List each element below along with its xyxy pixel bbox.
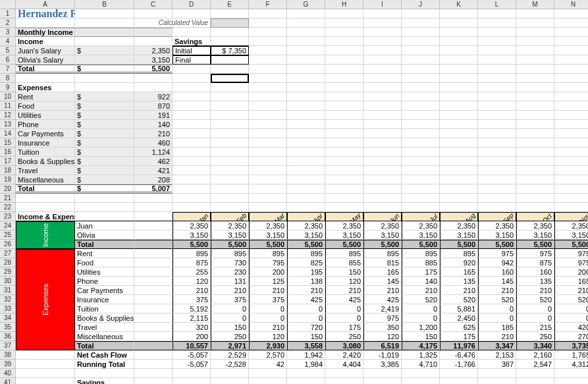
cell-M20[interactable] xyxy=(516,184,554,194)
table-exp-10-10[interactable]: 3,735 xyxy=(554,341,588,350)
cell-I8[interactable] xyxy=(363,74,402,83)
cell-F1[interactable] xyxy=(249,9,287,18)
cell-G6[interactable] xyxy=(287,55,325,65)
calculated-value-box[interactable] xyxy=(211,18,249,28)
cell-L13[interactable] xyxy=(478,120,516,129)
table-income-0-1[interactable]: 2,350 xyxy=(211,221,249,231)
cell-F15[interactable] xyxy=(249,138,287,148)
cell-J1[interactable] xyxy=(402,9,440,18)
table-exp-7-10[interactable]: 0 xyxy=(554,314,588,323)
row-header-39[interactable]: 39 xyxy=(0,360,16,369)
cell-I2[interactable] xyxy=(363,18,402,28)
cell-J40[interactable] xyxy=(402,369,440,378)
table-exp-0-2[interactable]: 895 xyxy=(249,249,287,258)
row-header-15[interactable]: 15 xyxy=(0,138,16,148)
cell-H22[interactable] xyxy=(325,203,363,212)
income-expenses-header[interactable]: Income & Expenses xyxy=(16,212,75,221)
running-total-label[interactable]: Running Total xyxy=(75,360,134,369)
cell-D20[interactable] xyxy=(173,184,211,194)
table-exp-0-10[interactable]: 975 xyxy=(554,249,588,258)
table-exp-label-5[interactable]: Insurance xyxy=(75,295,134,304)
cell-M18[interactable] xyxy=(516,166,554,175)
cell-I9[interactable] xyxy=(363,83,402,92)
cell-C36[interactable] xyxy=(134,332,173,341)
cell-M14[interactable] xyxy=(516,129,554,138)
table-exp-0-5[interactable]: 895 xyxy=(363,249,402,258)
table-exp-label-6[interactable]: Tuition xyxy=(75,304,134,314)
cell-I6[interactable] xyxy=(363,55,402,65)
cell-G7[interactable] xyxy=(287,65,325,74)
cell-D16[interactable] xyxy=(173,148,211,157)
cell-I1[interactable] xyxy=(363,9,402,18)
cell-J8[interactable] xyxy=(402,74,440,83)
expense-val-8[interactable]: 421 xyxy=(134,166,173,175)
table-exp-5-2[interactable]: 375 xyxy=(249,295,287,304)
running-0[interactable]: -5,057 xyxy=(173,360,211,369)
cell-G2[interactable] xyxy=(287,18,325,28)
cell-H11[interactable] xyxy=(325,101,363,111)
cell-A40[interactable] xyxy=(16,369,75,378)
table-exp-8-6[interactable]: 1,200 xyxy=(402,323,440,332)
cell-C37[interactable] xyxy=(134,341,173,350)
cell-C27[interactable] xyxy=(134,249,173,258)
cell-H5[interactable] xyxy=(325,46,363,55)
cell-C31[interactable] xyxy=(134,286,173,295)
expense-label-8[interactable]: Travel xyxy=(16,166,75,175)
cell-D18[interactable] xyxy=(173,166,211,175)
cell-E9[interactable] xyxy=(211,83,249,92)
cell-G11[interactable] xyxy=(287,101,325,111)
cell-I16[interactable] xyxy=(363,148,402,157)
table-exp-2-8[interactable]: 160 xyxy=(478,267,516,277)
cell-J19[interactable] xyxy=(402,175,440,184)
table-exp-9-9[interactable]: 250 xyxy=(516,332,554,341)
table-exp-8-2[interactable]: 210 xyxy=(249,323,287,332)
running-4[interactable]: 4,404 xyxy=(325,360,363,369)
expenses-header[interactable]: Expenses xyxy=(16,83,75,92)
cell-C23[interactable] xyxy=(134,212,173,221)
table-income-2-6[interactable]: 5,500 xyxy=(402,240,440,249)
cell-M40[interactable] xyxy=(516,369,554,378)
juan-salary-val[interactable]: 2,350 xyxy=(134,46,173,55)
table-exp-label-3[interactable]: Phone xyxy=(75,277,134,286)
table-exp-3-9[interactable]: 135 xyxy=(516,277,554,286)
cell-N10[interactable] xyxy=(554,92,588,101)
table-exp-8-1[interactable]: 150 xyxy=(211,323,249,332)
cell-N22[interactable] xyxy=(554,203,588,212)
table-exp-8-5[interactable]: 350 xyxy=(363,323,402,332)
table-exp-10-7[interactable]: 11,976 xyxy=(440,341,478,350)
table-exp-5-1[interactable]: 375 xyxy=(211,295,249,304)
table-exp-10-1[interactable]: 2,971 xyxy=(211,341,249,350)
cell-J22[interactable] xyxy=(402,203,440,212)
cell-I11[interactable] xyxy=(363,101,402,111)
net-cash-1[interactable]: 2,529 xyxy=(211,350,249,360)
expense-label-2[interactable]: Utilities xyxy=(16,111,75,120)
income-header[interactable]: Income xyxy=(16,37,75,46)
table-exp-4-8[interactable]: 210 xyxy=(478,286,516,295)
cell-C22[interactable] xyxy=(134,203,173,212)
expense-val-2[interactable]: 191 xyxy=(134,111,173,120)
table-exp-4-7[interactable]: 210 xyxy=(440,286,478,295)
cell-J9[interactable] xyxy=(402,83,440,92)
cell-N13[interactable] xyxy=(554,120,588,129)
selected-cell[interactable] xyxy=(211,74,249,83)
cell-B22[interactable] xyxy=(75,203,134,212)
table-exp-4-9[interactable]: 210 xyxy=(516,286,554,295)
cell-L21[interactable] xyxy=(478,194,516,203)
table-income-1-2[interactable]: 3,150 xyxy=(249,231,287,240)
table-exp-5-8[interactable]: 520 xyxy=(478,295,516,304)
cell-F12[interactable] xyxy=(249,111,287,120)
table-income-label-0[interactable]: Juan xyxy=(75,221,134,231)
row-header-11[interactable]: 11 xyxy=(0,101,16,111)
table-income-1-3[interactable]: 3,150 xyxy=(287,231,325,240)
table-exp-1-6[interactable]: 885 xyxy=(402,258,440,267)
table-exp-8-7[interactable]: 625 xyxy=(440,323,478,332)
table-exp-4-4[interactable]: 210 xyxy=(325,286,363,295)
month-header-aug[interactable]: Aug xyxy=(440,212,478,221)
cell-G5[interactable] xyxy=(287,46,325,55)
table-income-2-3[interactable]: 5,500 xyxy=(287,240,325,249)
cell-K5[interactable] xyxy=(440,46,478,55)
cell-I20[interactable] xyxy=(363,184,402,194)
running-6[interactable]: 4,710 xyxy=(402,360,440,369)
cell-L20[interactable] xyxy=(478,184,516,194)
cell-H3[interactable] xyxy=(325,28,363,37)
